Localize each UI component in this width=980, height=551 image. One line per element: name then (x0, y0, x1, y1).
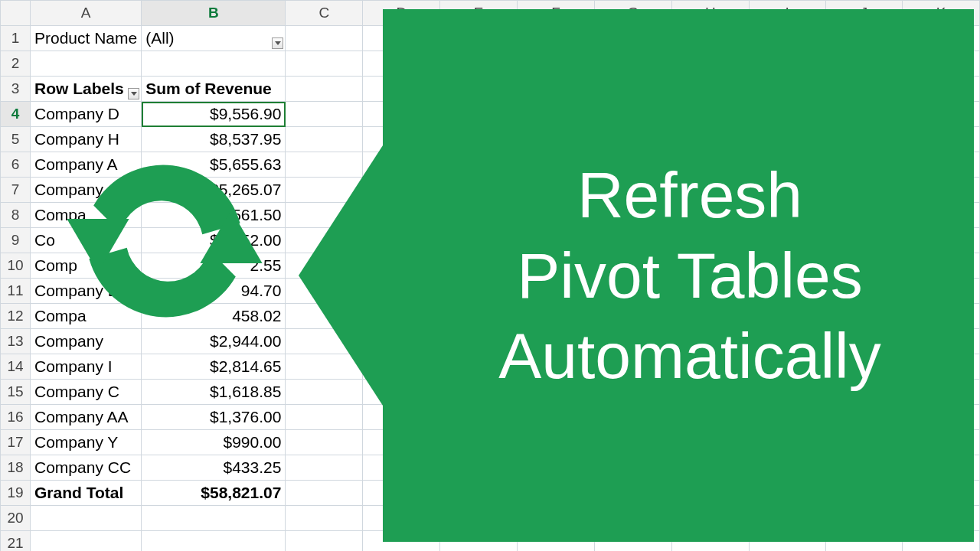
banner-line2: Pivot Tables (517, 240, 862, 311)
row-header[interactable]: 18 (1, 455, 31, 481)
cell[interactable] (31, 51, 142, 77)
row-header[interactable]: 10 (1, 253, 31, 279)
pivot-row-value[interactable]: $9,556.90 (142, 102, 286, 127)
pivot-row-label[interactable]: Company CC (31, 455, 142, 481)
pivot-row-label[interactable]: Company AA (31, 405, 142, 430)
row-header[interactable]: 9 (1, 228, 31, 253)
grand-total-value[interactable]: $58,821.07 (142, 481, 286, 506)
row-header[interactable]: 16 (1, 405, 31, 430)
cell[interactable] (286, 430, 363, 455)
row-header[interactable]: 8 (1, 203, 31, 228)
cell[interactable] (31, 531, 142, 552)
pivot-row-value[interactable]: $2,814.65 (142, 354, 286, 380)
text: Row Labels (34, 80, 124, 97)
banner-line3: Automatically (498, 320, 881, 392)
row-header[interactable]: 17 (1, 430, 31, 455)
row-header[interactable]: 5 (1, 127, 31, 152)
cell[interactable] (286, 481, 363, 506)
row-header[interactable]: 15 (1, 380, 31, 405)
row-header[interactable]: 7 (1, 178, 31, 203)
pivot-row-value[interactable]: $1,376.00 (142, 405, 286, 430)
row-header[interactable]: 1 (1, 26, 31, 51)
col-header-B[interactable]: B (142, 1, 286, 26)
pivot-row-value[interactable]: $1,618.85 (142, 380, 286, 405)
row-header[interactable]: 4 (1, 102, 31, 127)
row-header[interactable]: 6 (1, 152, 31, 178)
filter-dropdown-icon[interactable] (272, 37, 283, 49)
cell[interactable] (286, 455, 363, 481)
col-header-A[interactable]: A (31, 1, 142, 26)
pivot-row-label[interactable]: Company C (31, 380, 142, 405)
filter-value-text: (All) (145, 29, 174, 47)
pivot-row-label[interactable]: Company I (31, 354, 142, 380)
cell[interactable] (142, 51, 286, 77)
cell[interactable] (286, 102, 363, 127)
row-header[interactable]: 14 (1, 354, 31, 380)
pivot-row-label[interactable]: Company D (31, 102, 142, 127)
filter-field-label[interactable]: Product Name (31, 26, 142, 51)
pivot-row-labels-header[interactable]: Row Labels (31, 77, 142, 102)
pivot-values-header[interactable]: Sum of Revenue (142, 77, 286, 102)
row-header[interactable]: 13 (1, 329, 31, 354)
row-header[interactable]: 2 (1, 51, 31, 77)
select-all-corner[interactable] (1, 1, 31, 26)
cell[interactable] (286, 405, 363, 430)
pivot-row-value[interactable]: $433.25 (142, 455, 286, 481)
cell[interactable] (286, 77, 363, 102)
banner-line1: Refresh (577, 159, 802, 231)
row-header[interactable]: 11 (1, 279, 31, 304)
title-banner: Refresh Pivot Tables Automatically (383, 9, 974, 542)
cell[interactable] (142, 531, 286, 552)
row-labels-dropdown-icon[interactable] (128, 88, 139, 99)
cell[interactable] (286, 51, 363, 77)
grand-total-label[interactable]: Grand Total (31, 481, 142, 506)
filter-field-value[interactable]: (All) (142, 26, 286, 51)
banner-text: Refresh Pivot Tables Automatically (452, 155, 904, 396)
pivot-row-value[interactable]: $990.00 (142, 430, 286, 455)
pivot-row-label[interactable]: Company Y (31, 430, 142, 455)
row-header[interactable]: 19 (1, 481, 31, 506)
cell[interactable] (142, 506, 286, 531)
col-header-C[interactable]: C (286, 1, 363, 26)
row-header[interactable]: 12 (1, 304, 31, 329)
row-header[interactable]: 20 (1, 506, 31, 531)
row-header[interactable]: 21 (1, 531, 31, 552)
refresh-icon (54, 130, 276, 352)
cell[interactable] (31, 506, 142, 531)
cell[interactable] (286, 506, 363, 531)
cell[interactable] (286, 531, 363, 552)
cell[interactable] (286, 26, 363, 51)
row-header[interactable]: 3 (1, 77, 31, 102)
